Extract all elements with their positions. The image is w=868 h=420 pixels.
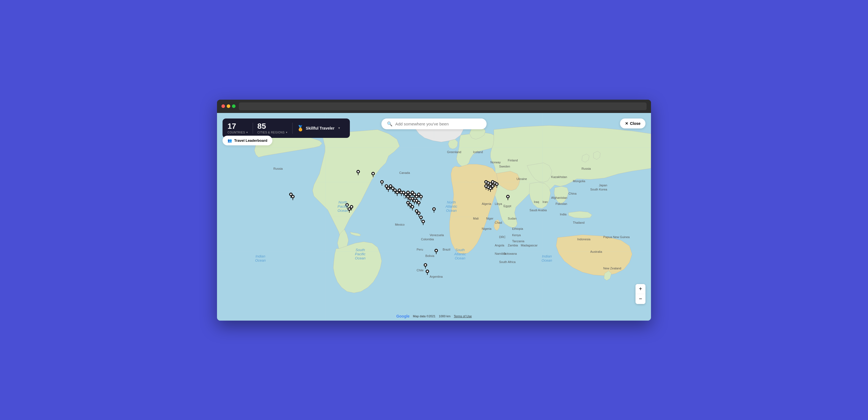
browser-chrome (217, 100, 651, 113)
address-bar[interactable] (239, 102, 647, 110)
traveler-name: Skillful Traveler (306, 126, 335, 130)
countries-label: COUNTRIES ▼ (227, 131, 248, 134)
minimize-window-button[interactable] (227, 104, 230, 108)
search-bar[interactable]: 🔍 (381, 119, 487, 129)
countries-stat[interactable]: 17 COUNTRIES ▼ (227, 122, 253, 134)
close-button[interactable]: ✕ Close (620, 119, 646, 128)
cities-chevron-icon: ▼ (285, 131, 287, 134)
zoom-in-button[interactable]: + (636, 284, 646, 294)
countries-chevron-icon: ▼ (246, 131, 248, 134)
search-input[interactable] (395, 122, 481, 126)
close-window-button[interactable] (221, 104, 225, 108)
google-logo: Google (396, 314, 410, 319)
map-container[interactable]: 17 COUNTRIES ▼ 85 CITIES & REGIONS ▼ (217, 113, 651, 321)
close-x-icon: ✕ (625, 121, 628, 126)
medal-icon: 🏅 (297, 125, 304, 131)
browser-window: 17 COUNTRIES ▼ 85 CITIES & REGIONS ▼ (217, 100, 651, 321)
maximize-window-button[interactable] (232, 104, 236, 108)
zoom-controls: + − (636, 284, 646, 304)
close-label: Close (630, 121, 641, 126)
traffic-lights (221, 104, 236, 108)
traveler-badge[interactable]: 🏅 Skillful Traveler ▼ (292, 125, 345, 131)
countries-count: 17 (227, 122, 236, 130)
map-scale: 1000 km (439, 314, 450, 318)
leaderboard-button[interactable]: 👥 Travel Leaderboard (222, 136, 272, 145)
leaderboard-label: Travel Leaderboard (234, 139, 268, 143)
map-copyright: Map data ©2021 (413, 314, 436, 318)
terms-of-use-link[interactable]: Terms of Use (454, 314, 472, 318)
cities-count: 85 (257, 122, 266, 130)
cities-label: CITIES & REGIONS ▼ (257, 131, 288, 134)
map-attribution: Google Map data ©2021 1000 km Terms of U… (396, 314, 472, 319)
cities-stat[interactable]: 85 CITIES & REGIONS ▼ (253, 122, 292, 134)
world-map (217, 113, 651, 321)
stats-panel: 17 COUNTRIES ▼ 85 CITIES & REGIONS ▼ (222, 119, 350, 138)
leaderboard-icon: 👥 (227, 139, 232, 143)
traveler-chevron-icon: ▼ (338, 126, 340, 129)
zoom-out-button[interactable]: − (636, 294, 646, 304)
search-icon: 🔍 (387, 121, 393, 126)
